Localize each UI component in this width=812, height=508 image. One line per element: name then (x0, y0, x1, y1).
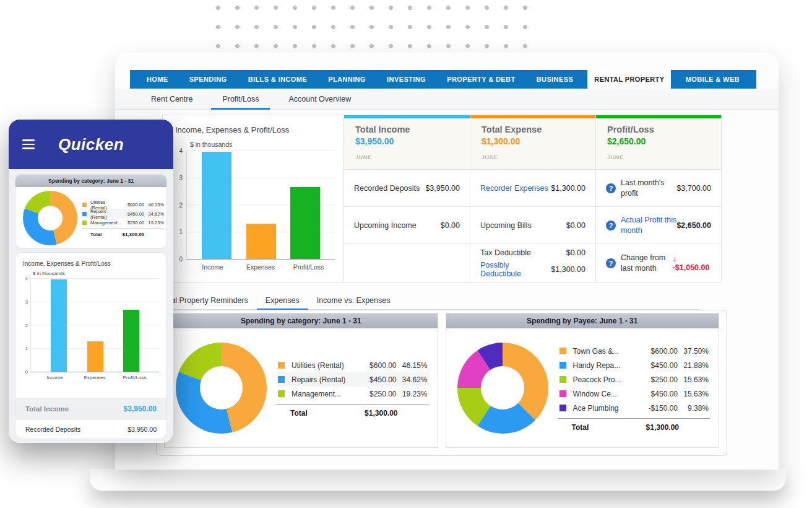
sub-tab[interactable]: Profit/Loss (222, 89, 259, 109)
actual-profit-link[interactable]: Actual Profit this month (621, 215, 676, 235)
y-tick-label: 1 (25, 346, 28, 351)
legend-percent: 34.62% (397, 375, 428, 384)
x-tick-label: Income (191, 263, 235, 271)
x-tick-label: Profit/Loss (287, 263, 330, 271)
y-tick-label: 0 (179, 256, 183, 263)
recorder-expenses-link[interactable]: Recorder Expenses (480, 184, 548, 193)
card-value: $3,950.00 (355, 136, 459, 146)
legend-row: Management... $250.00 19.23% (277, 387, 429, 401)
nav-tab[interactable]: INVESTING (380, 70, 433, 89)
mobile-app-overlay: Quicken Spending by category: June 1 - 3… (9, 120, 173, 443)
card-period: JUNE (607, 154, 710, 160)
legend-row: Ace Plumbing -$150.00 9.38% (558, 401, 710, 415)
legend-row: Repairs (Rental) $450.00 34.62% (277, 372, 429, 387)
possibly-deductible-link[interactable]: Possibly Deductibule (480, 261, 551, 278)
legend-row: Repairs (Rental) $450.00 34.62% (82, 209, 164, 218)
legend-row: Peacock Pro... $250.00 15.63% (558, 372, 710, 387)
help-icon[interactable]: ? (606, 258, 616, 268)
row-value: $3,700.00 (676, 184, 711, 193)
nav-tab[interactable]: PROPERTY & DEBT (440, 70, 522, 89)
sub-nav: Rent Centre Profit/Loss Account Overview (115, 89, 779, 110)
nav-tab[interactable]: MOBILE & WEB (679, 70, 746, 89)
legend-percent: 19.23% (144, 220, 164, 226)
legend-value: $600.00 (358, 361, 397, 370)
down-arrow-icon: ↓ (673, 255, 676, 263)
legend-value: $450.00 (639, 361, 678, 370)
row-value: $0.00 (441, 221, 460, 230)
empty-cell (344, 243, 470, 282)
legend-label: Handy Repa... (573, 361, 640, 370)
payee-legend: Town Gas &... $600.00 37.50% Handy Repa.… (558, 344, 710, 432)
chart-bar (123, 310, 139, 372)
chart-bar (87, 341, 103, 372)
mobile-category-donut (23, 191, 77, 245)
legend-percent: 15.63% (678, 375, 709, 384)
bottom-tab[interactable]: Expenses (266, 291, 300, 309)
legend-value: $250.00 (121, 220, 144, 226)
chart-bar (202, 152, 231, 259)
chart-title: Income, Expenses & Profit/Loss (23, 260, 159, 267)
expenses-panels: Spending by category: June 1 - 31 Utilit… (156, 310, 727, 456)
total-label: Total (90, 232, 121, 237)
nav-tab[interactable]: BILLS & INCOME (241, 70, 314, 89)
spending-by-category-panel: Spending by category: June 1 - 31 Utilit… (164, 313, 438, 448)
laptop-base (90, 468, 786, 491)
menu-icon[interactable] (22, 139, 35, 149)
row-label: Recorded Deposits (354, 184, 420, 193)
total-expense-card: Total Expense $1,300.00 JUNE (470, 115, 595, 169)
actual-profit-row: ? Actual Profit this month $2,650.00 (595, 206, 721, 243)
mobile-total-income-row: Total Income $3,950.00 (15, 398, 166, 420)
legend-swatch (82, 221, 87, 225)
legend-total-row: Total $1,300.00 (277, 404, 429, 418)
chart-bar (51, 279, 67, 372)
last-month-profit-row: ? Last month's profit $3,700.00 (595, 169, 721, 206)
row-value: $3,950.00 (425, 184, 460, 193)
chart-x-labels: IncomeExpensesProfit/Loss (186, 260, 335, 271)
mobile-panel-header: Spending by category: June 1 - 31 (15, 175, 166, 187)
y-tick-label: 2 (25, 323, 28, 328)
legend-label: Window Ce... (573, 390, 640, 398)
nav-tab[interactable]: PLANNING (321, 70, 373, 89)
row-label: Last month's profit (621, 178, 676, 198)
sub-tab[interactable]: Rent Centre (151, 89, 192, 109)
chart-plot-area (186, 151, 335, 260)
legend-row: Town Gas &... $600.00 37.50% (558, 344, 710, 358)
nav-tab[interactable]: HOME (140, 70, 175, 89)
legend-value: $250.00 (639, 375, 678, 384)
chart-y-axis-label: $ in thousands (33, 271, 159, 276)
chart-plot-area (30, 278, 159, 372)
panel-header: Spending by Payee: June 1 - 31 (446, 313, 719, 328)
bottom-tab[interactable]: Income vs. Expenses (317, 291, 391, 309)
mobile-recorded-deposits-row: Recorded Deposits $3,950.00 (15, 420, 166, 439)
y-tick-label: 4 (179, 147, 183, 154)
row-label: Tax Deductible (480, 248, 531, 257)
legend-row: Window Ce... $450.00 15.63% (558, 387, 710, 401)
nav-tab[interactable]: RENTAL PROPERTY (587, 70, 671, 89)
chart-title: Income, Expenses & Profit/Loss (175, 125, 335, 134)
total-label: Total (290, 409, 360, 418)
panel-header: Spending by category: June 1 - 31 (165, 313, 438, 328)
spending-by-payee-panel: Spending by Payee: June 1 - 31 Town Gas … (446, 313, 720, 448)
legend-row: Utilities (Rental) $600.00 46.15% (82, 199, 164, 209)
row-label: Recorded Deposits (25, 426, 80, 433)
legend-value: $250.00 (358, 390, 397, 398)
chart-bar (290, 187, 320, 259)
nav-tab[interactable]: BUSINESS (530, 70, 580, 89)
legend-percent: 37.50% (678, 347, 709, 356)
sub-tab[interactable]: Account Overview (288, 89, 351, 109)
nav-tab[interactable]: SPENDING (183, 70, 234, 89)
legend-swatch (278, 362, 285, 369)
row-value: $0.00 (566, 221, 585, 230)
legend-value: $450.00 (639, 390, 678, 398)
help-icon[interactable]: ? (606, 221, 616, 230)
x-tick-label: Income (40, 375, 71, 380)
card-period: JUNE (482, 154, 584, 160)
x-tick-label: Expenses (79, 375, 110, 380)
total-value: $1,300.00 (121, 232, 144, 237)
legend-swatch (82, 212, 87, 216)
help-icon[interactable]: ? (606, 183, 616, 193)
y-tick-label: 3 (179, 175, 183, 182)
profit-loss-grid: Total Income $3,950.00 JUNE Total Expens… (344, 115, 721, 282)
x-tick-label: Profit/Loss (119, 375, 150, 380)
recorder-expenses-row: Recorder Expenses $1,300.00 (470, 169, 595, 206)
